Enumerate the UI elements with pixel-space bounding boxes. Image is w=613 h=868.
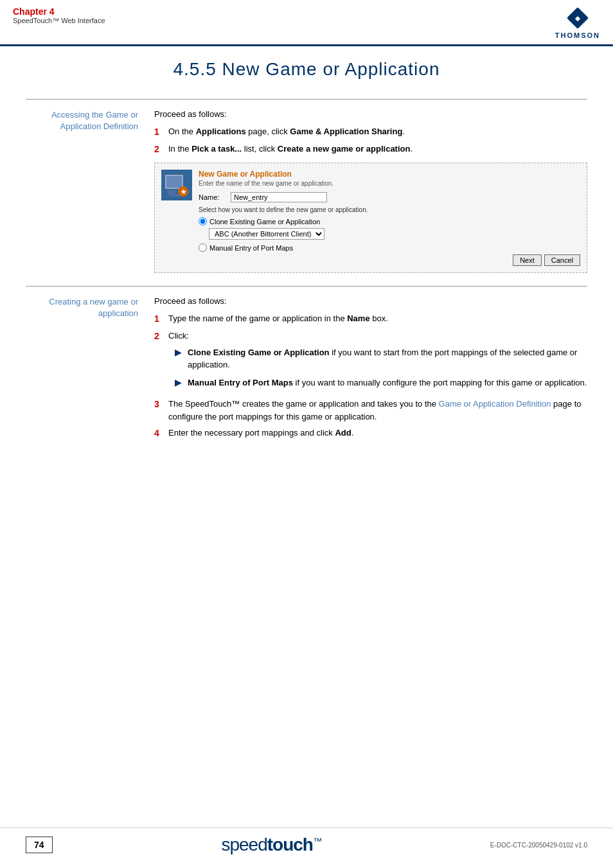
ui-form: New Game or Application Enter the name o… — [199, 170, 580, 266]
section-label-creating: Creating a new game or application — [26, 296, 154, 444]
thomson-text: THOMSON — [555, 31, 600, 39]
dropdown-row: ABC (Another Bittorrent Client) — [209, 228, 580, 240]
header-left: Chapter 4 SpeedTouch™ Web Interface — [13, 6, 105, 24]
next-button[interactable]: Next — [513, 254, 542, 266]
step-2-4: 4 Enter the necessary port mappings and … — [154, 427, 587, 440]
chapter-title: Chapter 4 — [13, 6, 105, 17]
steps-list-2: 1 Type the name of the game or applicati… — [154, 312, 587, 440]
proceed-text: Proceed as follows: — [154, 109, 587, 119]
select-desc: Select how you want to define the new ga… — [199, 206, 580, 213]
step-1-1: 1 On the Applications page, click Game &… — [154, 125, 587, 139]
radio-clone-label: Clone Existing Game or Application — [209, 218, 320, 226]
name-input[interactable] — [231, 192, 327, 202]
footer-doc-number: E-DOC-CTC-20050429-0102 v1.0 — [490, 842, 587, 849]
page-number: 74 — [26, 837, 53, 853]
page-header: Chapter 4 SpeedTouch™ Web Interface ◆ TH… — [0, 0, 613, 46]
page-footer: 74 speedtouch™ E-DOC-CTC-20050429-0102 v… — [0, 828, 613, 855]
page-title: 4.5.5 New Game or Application — [26, 59, 587, 80]
bullet-manual: ▶ Manual Entry of Port Maps if you want … — [175, 376, 587, 389]
section-content-accessing: Proceed as follows: 1 On the Application… — [154, 109, 587, 279]
thomson-logo: ◆ THOMSON — [555, 6, 600, 39]
ui-form-subtitle: Enter the name of the new game or applic… — [199, 180, 580, 187]
proceed-text-2: Proceed as follows: — [154, 296, 587, 306]
step-2-1: 1 Type the name of the game or applicati… — [154, 312, 587, 326]
ui-icon: ★ — [161, 170, 192, 200]
svg-rect-4 — [166, 176, 182, 188]
page-content: 4.5.5 New Game or Application Accessing … — [0, 46, 613, 463]
header-right: ◆ THOMSON — [555, 6, 600, 39]
button-row: Next Cancel — [199, 254, 580, 266]
radio-manual-label: Manual Entry of Port Maps — [209, 244, 293, 252]
game-definition-link[interactable]: Game or Application Definition — [439, 399, 551, 409]
cancel-button[interactable]: Cancel — [544, 254, 580, 266]
step-2-2: 2 Click: ▶ Clone Existing Game or Applic… — [154, 330, 587, 394]
radio-manual: Manual Entry of Port Maps — [199, 244, 580, 252]
name-row: Name: — [199, 192, 580, 202]
svg-text:★: ★ — [181, 188, 187, 195]
section-accessing: Accessing the Game or Application Defini… — [26, 99, 587, 279]
radio-clone: Clone Existing Game or Application — [199, 217, 580, 226]
radio-clone-input[interactable] — [199, 217, 207, 226]
svg-text:◆: ◆ — [574, 15, 581, 22]
footer-brand: speedtouch™ — [53, 835, 490, 855]
step-2-3: 3 The SpeedTouch™ creates the game or ap… — [154, 398, 587, 423]
name-label: Name: — [199, 193, 231, 201]
bullet-clone: ▶ Clone Existing Game or Application if … — [175, 346, 587, 371]
section-content-creating: Proceed as follows: 1 Type the name of t… — [154, 296, 587, 444]
radio-manual-input[interactable] — [199, 244, 207, 252]
game-dropdown[interactable]: ABC (Another Bittorrent Client) — [209, 228, 324, 240]
ui-screenshot-box: ★ New Game or Application Enter the name… — [154, 163, 587, 273]
steps-list-1: 1 On the Applications page, click Game &… — [154, 125, 587, 156]
ui-form-title: New Game or Application — [199, 170, 580, 179]
chapter-subtitle: SpeedTouch™ Web Interface — [13, 17, 105, 24]
step-1-2: 2 In the Pick a task... list, click Crea… — [154, 143, 587, 156]
section-creating: Creating a new game or application Proce… — [26, 286, 587, 444]
section-label-accessing: Accessing the Game or Application Defini… — [26, 109, 154, 279]
